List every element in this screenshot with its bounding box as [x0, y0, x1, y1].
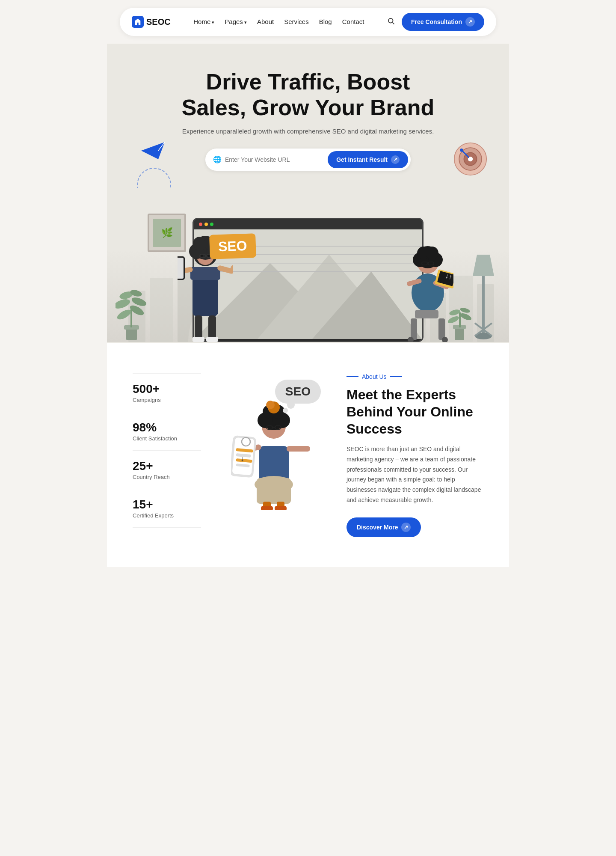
svg-point-99 — [459, 307, 471, 314]
stats-column: 500+ Campaigns 98% Client Satisfaction 2… — [133, 373, 201, 528]
svg-text:↓: ↓ — [240, 454, 245, 463]
lamp-decoration — [471, 250, 496, 342]
discover-btn-label: Discover More — [357, 524, 398, 531]
svg-point-72 — [426, 247, 438, 259]
svg-point-96 — [447, 315, 460, 324]
svg-rect-60 — [195, 315, 202, 339]
url-input[interactable] — [225, 156, 328, 163]
nav-links: Home Pages About Services Blog Contact — [193, 18, 364, 26]
nav-link-pages[interactable]: Pages — [225, 18, 247, 25]
stat-label-campaigns: Campaigns — [133, 397, 201, 403]
navbar: SEOC Home Pages About Services Blog Cont… — [120, 8, 496, 36]
svg-rect-11 — [150, 278, 173, 342]
stat-number-satisfaction: 98% — [133, 421, 201, 434]
svg-rect-93 — [455, 327, 464, 340]
discover-more-button[interactable]: Discover More ↗ — [346, 517, 421, 537]
logo-icon — [132, 16, 144, 28]
nav-link-contact[interactable]: Contact — [342, 18, 364, 25]
svg-rect-128 — [261, 506, 273, 510]
svg-point-97 — [459, 312, 472, 321]
nav-item-about[interactable]: About — [257, 18, 274, 26]
svg-rect-62 — [192, 337, 204, 342]
nav-link-home[interactable]: Home — [193, 18, 214, 25]
logo[interactable]: SEOC — [132, 16, 171, 28]
svg-point-0 — [388, 18, 393, 23]
svg-rect-84 — [411, 318, 417, 340]
about-description: SEOC is more than just an SEO and digita… — [346, 444, 483, 505]
nav-item-contact[interactable]: Contact — [342, 18, 364, 26]
svg-line-1 — [392, 22, 394, 24]
svg-marker-88 — [473, 255, 494, 276]
stat-country: 25+ Country Reach — [133, 451, 201, 489]
free-consultation-button[interactable]: Free Consultation ↗ — [402, 13, 484, 31]
svg-rect-117 — [287, 446, 310, 452]
about-tag: About Us — [346, 373, 483, 380]
stat-label-country: Country Reach — [133, 474, 201, 480]
hero-title: Drive Traffic, Boost Sales, Grow Your Br… — [180, 69, 436, 121]
nav-item-blog[interactable]: Blog — [319, 18, 332, 26]
website-url-search: 🌐 Get Instant Result ↗ — [205, 149, 411, 171]
nav-right: Free Consultation ↗ — [387, 13, 484, 31]
about-heading: Meet the Experts Behind Your Online Succ… — [346, 386, 483, 437]
plant-right — [447, 289, 473, 342]
svg-point-74 — [430, 262, 432, 265]
cta-label: Free Consultation — [411, 18, 462, 25]
svg-point-98 — [449, 308, 461, 316]
svg-point-110 — [266, 401, 275, 409]
about-text-column: About Us Meet the Experts Behind Your On… — [346, 373, 483, 537]
svg-point-112 — [276, 426, 280, 429]
svg-point-36 — [116, 308, 132, 321]
paper-plane-decoration — [141, 142, 165, 161]
about-tag-text: About Us — [362, 373, 387, 380]
nav-link-about[interactable]: About — [257, 18, 274, 25]
brand-name: SEOC — [146, 17, 171, 27]
svg-rect-129 — [275, 506, 287, 510]
stat-number-experts: 15+ — [133, 498, 201, 511]
nav-link-blog[interactable]: Blog — [319, 18, 332, 25]
nav-item-pages[interactable]: Pages — [225, 18, 247, 26]
svg-rect-89 — [482, 276, 485, 336]
about-person-illustration: ↓ — [231, 386, 317, 510]
get-btn-arrow: ↗ — [391, 155, 400, 164]
svg-point-73 — [423, 262, 426, 265]
stat-campaigns: 500+ Campaigns — [133, 373, 201, 412]
hero-subtitle: Experience unparalleled growth with comp… — [120, 128, 496, 135]
svg-rect-65 — [178, 258, 184, 279]
plant-left — [116, 272, 148, 342]
stat-number-country: 25+ — [133, 459, 201, 473]
hero-illustration: 🌿 — [107, 188, 509, 342]
nav-item-home[interactable]: Home — [193, 18, 214, 26]
stat-satisfaction: 98% Client Satisfaction — [133, 412, 201, 451]
target-decoration — [453, 142, 488, 178]
stat-label-experts: Certified Experts — [133, 512, 201, 519]
svg-point-38 — [116, 297, 131, 310]
seo-sign: SEO — [209, 233, 256, 259]
svg-point-9 — [460, 149, 463, 152]
stats-about-section: 500+ Campaigns 98% Client Satisfaction 2… — [107, 343, 509, 567]
get-btn-label: Get Instant Result — [336, 156, 388, 163]
globe-icon: 🌐 — [213, 155, 222, 163]
about-illustration: SEO — [227, 373, 321, 510]
svg-rect-83 — [415, 310, 438, 318]
stat-experts: 15+ Certified Experts — [133, 489, 201, 528]
seo-cloud-bubble: SEO — [275, 380, 321, 404]
hero-section: + + Drive Traffic, Boost Sales, Grow You… — [107, 44, 509, 343]
cta-arrow-icon: ↗ — [465, 17, 475, 27]
svg-rect-43 — [190, 267, 220, 280]
stat-number-campaigns: 500+ — [133, 382, 201, 396]
nav-link-services[interactable]: Services — [284, 18, 309, 25]
get-instant-result-button[interactable]: Get Instant Result ↗ — [328, 151, 408, 168]
stat-label-satisfaction: Client Satisfaction — [133, 435, 201, 442]
nav-item-services[interactable]: Services — [284, 18, 309, 26]
svg-rect-61 — [208, 315, 216, 339]
character-right: ↓↑ — [402, 226, 453, 342]
about-tag-line-left — [346, 376, 358, 377]
svg-point-111 — [268, 426, 271, 429]
svg-marker-2 — [141, 142, 165, 159]
discover-btn-arrow: ↗ — [401, 523, 411, 532]
svg-rect-102 — [257, 478, 291, 504]
search-button[interactable] — [387, 17, 395, 27]
svg-rect-63 — [206, 337, 218, 342]
about-tag-line-right — [390, 376, 402, 377]
svg-rect-85 — [438, 318, 445, 340]
